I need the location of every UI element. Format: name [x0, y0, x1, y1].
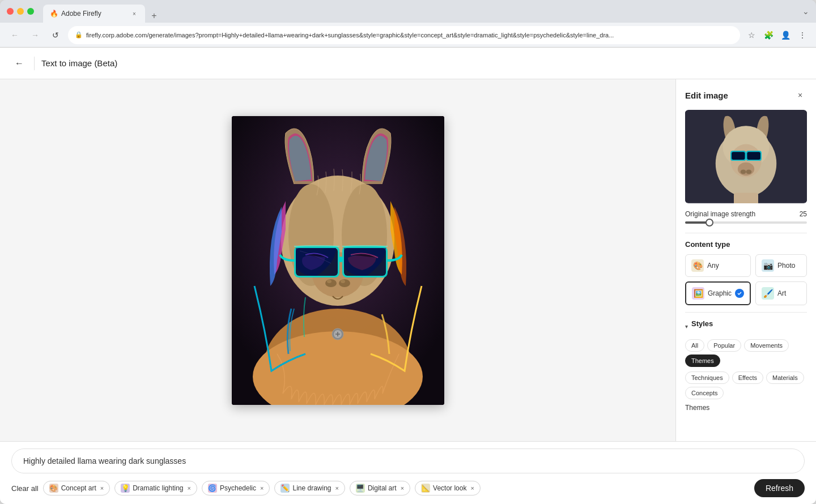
style-tab-all[interactable]: All [685, 339, 704, 352]
fullscreen-traffic-light[interactable] [27, 8, 34, 15]
svg-point-27 [738, 163, 754, 176]
photo-label: Photo [777, 262, 795, 270]
chip-dramatic-lighting-remove[interactable]: × [188, 485, 191, 492]
photo-icon: 📷 [762, 259, 774, 272]
active-tab[interactable]: 🔥 Adobe Firefly × [43, 5, 145, 23]
style-tab-movements[interactable]: Movements [744, 339, 789, 352]
chip-concept-art-label: Concept art [61, 484, 96, 492]
app-header: ← Text to image (Beta) [0, 48, 816, 79]
page-title: Text to image (Beta) [41, 58, 117, 68]
styles-section: ▾ Styles All Popular Movements Themes Te… [685, 319, 807, 412]
content-type-photo[interactable]: 📷 Photo [755, 254, 807, 277]
svg-point-10 [327, 280, 332, 283]
chip-concept-art[interactable]: 🎨 Concept art × [43, 481, 110, 496]
new-tab-button[interactable]: + [147, 9, 161, 23]
chip-psychedelic[interactable]: 🌀 Psychedelic × [202, 481, 270, 496]
prompt-text: Highly detailed llama wearing dark sungl… [23, 456, 186, 465]
chip-psychedelic-icon: 🌀 [208, 484, 217, 493]
chip-line-drawing-remove[interactable]: × [335, 485, 339, 492]
edit-panel-title: Edit image [685, 91, 728, 100]
style-tab-effects[interactable]: Effects [732, 371, 763, 384]
back-nav-button[interactable]: ← [7, 27, 23, 43]
menu-button[interactable]: ⋮ [796, 28, 809, 42]
header-divider [34, 57, 35, 70]
svg-rect-25 [732, 152, 745, 160]
chip-vector-look-label: Vector look [433, 484, 466, 492]
content-type-art[interactable]: 🖌️ Art [755, 281, 807, 305]
expand-button[interactable]: ⌄ [802, 7, 809, 16]
style-tab-techniques[interactable]: Techniques [685, 371, 729, 384]
chip-vector-look[interactable]: 📐 Vector look × [415, 481, 481, 496]
content-type-any[interactable]: 🎨 Any [685, 254, 751, 277]
svg-rect-16 [339, 257, 342, 262]
forward-nav-button[interactable]: → [27, 27, 43, 43]
llama-svg [232, 116, 444, 405]
bottom-bar: Highly detailed llama wearing dark sungl… [0, 441, 816, 504]
themes-label: Themes [685, 404, 807, 412]
url-bar[interactable]: 🔒 firefly.corp.adobe.com/generate/images… [68, 26, 740, 44]
any-label: Any [707, 262, 719, 270]
slider-label: Original image strength [685, 210, 755, 218]
styles-bar: Clear all 🎨 Concept art × 💡 Dramatic lig… [11, 479, 805, 497]
app-container: ← Text to image (Beta) [0, 48, 816, 504]
style-tab-popular[interactable]: Popular [707, 339, 741, 352]
chip-digital-art-label: Digital art [368, 484, 397, 492]
panel-divider-1 [685, 233, 807, 233]
style-tab-themes[interactable]: Themes [685, 354, 720, 367]
chip-digital-art[interactable]: 🖥️ Digital art × [350, 481, 410, 496]
minimize-traffic-light[interactable] [17, 8, 24, 15]
slider-value: 25 [800, 210, 807, 218]
styles-title: Styles [691, 319, 713, 328]
browser-window: 🔥 Adobe Firefly × + ⌄ ← → ↺ 🔒 firefly.co… [0, 0, 816, 504]
address-bar: ← → ↺ 🔒 firefly.corp.adobe.com/generate/… [0, 23, 816, 48]
thumbnail-svg [685, 110, 807, 203]
main-content: Edit image × [0, 79, 816, 441]
chip-concept-art-remove[interactable]: × [100, 485, 104, 492]
profile-button[interactable]: 👤 [779, 28, 792, 42]
refresh-button[interactable]: Refresh [754, 479, 805, 497]
canvas-area [0, 79, 675, 441]
content-type-grid: 🎨 Any 📷 Photo 🖼️ Graphic [685, 254, 807, 305]
extensions-button[interactable]: 🧩 [762, 28, 775, 42]
url-text: firefly.corp.adobe.com/generate/images?p… [86, 32, 733, 39]
chip-vector-look-remove[interactable]: × [470, 485, 474, 492]
art-icon: 🖌️ [762, 287, 774, 300]
styles-header: ▾ Styles [685, 319, 807, 334]
prompt-box[interactable]: Highly detailed llama wearing dark sungl… [11, 449, 805, 473]
tab-close-button[interactable]: × [130, 10, 138, 18]
svg-point-29 [746, 169, 752, 174]
content-type-section: Content type 🎨 Any 📷 Photo 🖼️ Graphic [685, 240, 807, 305]
svg-rect-30 [734, 193, 758, 203]
slider-track[interactable] [685, 221, 807, 224]
chip-psychedelic-remove[interactable]: × [260, 485, 264, 492]
svg-point-11 [341, 280, 345, 283]
chip-dramatic-lighting[interactable]: 💡 Dramatic lighting × [114, 481, 197, 496]
slider-thumb[interactable] [706, 219, 713, 227]
chip-vector-look-icon: 📐 [421, 484, 430, 493]
close-traffic-light[interactable] [7, 8, 14, 15]
styles-tabs: All Popular Movements Themes [685, 339, 807, 367]
tab-favicon: 🔥 [50, 10, 58, 18]
lock-icon: 🔒 [75, 31, 83, 39]
chip-line-drawing[interactable]: ✏️ Line drawing × [274, 481, 345, 496]
style-tab-materials[interactable]: Materials [766, 371, 804, 384]
image-strength-section: Original image strength 25 [685, 210, 807, 224]
content-type-graphic[interactable]: 🖼️ Graphic [685, 281, 751, 305]
close-panel-button[interactable]: × [793, 88, 807, 102]
clear-all-button[interactable]: Clear all [11, 482, 39, 495]
chip-dramatic-lighting-icon: 💡 [121, 484, 130, 493]
content-type-title: Content type [685, 240, 807, 249]
style-tab-concepts[interactable]: Concepts [685, 387, 724, 399]
edit-panel-header: Edit image × [685, 88, 807, 102]
svg-rect-26 [747, 152, 760, 160]
generated-image [232, 116, 444, 405]
reload-nav-button[interactable]: ↺ [48, 27, 63, 43]
bookmark-button[interactable]: ☆ [745, 28, 758, 42]
app-back-button[interactable]: ← [11, 55, 27, 71]
chip-dramatic-lighting-label: Dramatic lighting [133, 484, 183, 492]
chip-digital-art-remove[interactable]: × [401, 485, 404, 492]
graphic-check-badge [735, 289, 744, 298]
browser-actions: ☆ 🧩 👤 ⋮ [745, 28, 809, 42]
svg-point-28 [741, 169, 746, 174]
slider-label-row: Original image strength 25 [685, 210, 807, 218]
